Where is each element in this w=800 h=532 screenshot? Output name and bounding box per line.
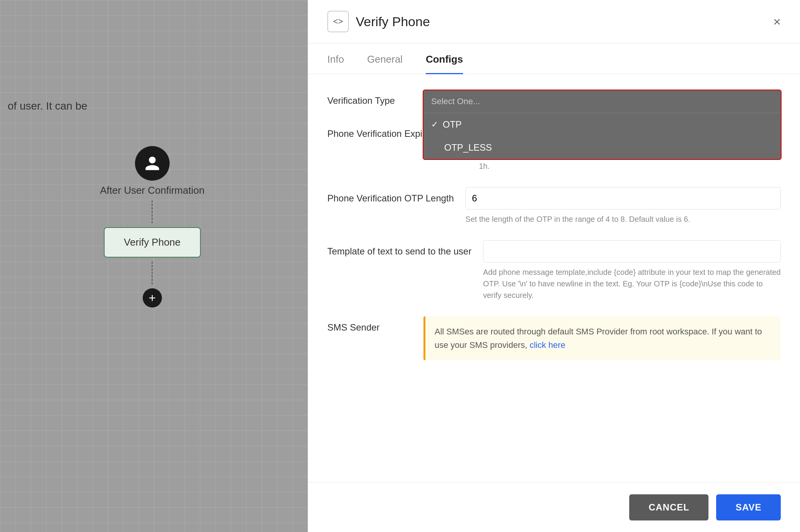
verification-type-row: Verification Type Select One... ✓ OTP OT… <box>327 90 781 107</box>
verification-type-label: Verification Type <box>327 90 412 107</box>
template-input-area: Add phone message template,include {code… <box>483 240 781 301</box>
dropdown-placeholder: Select One... <box>423 90 781 113</box>
dialog-footer: CANCEL SAVE <box>308 482 800 532</box>
dialog-content: Verification Type Select One... ✓ OTP OT… <box>308 74 800 482</box>
otp-length-row: Phone Verification OTP Length Set the le… <box>327 187 781 225</box>
dialog-title-area: <> Verify Phone <box>327 11 430 32</box>
add-node-button[interactable]: + <box>143 288 162 308</box>
canvas-background: of user. It can be After User Confirmati… <box>0 0 308 532</box>
connector-line-bottom <box>152 261 153 284</box>
otp-length-input-area: Set the length of the OTP in the range o… <box>465 187 781 225</box>
connector-line-top <box>152 200 153 223</box>
checkmark-icon: ✓ <box>431 120 438 130</box>
template-input[interactable] <box>483 240 781 263</box>
dialog-title: Verify Phone <box>356 14 430 29</box>
user-node: After User Confirmation Verify Phone + <box>100 146 205 308</box>
otp-length-input[interactable] <box>465 187 781 209</box>
canvas-hint-text: of user. It can be <box>8 100 87 112</box>
template-hint: Add phone message template,include {code… <box>483 266 781 301</box>
sms-sender-label: SMS Sender <box>327 316 412 334</box>
otp-length-hint: Set the length of the OTP in the range o… <box>465 213 781 225</box>
tab-general[interactable]: General <box>367 43 403 74</box>
user-circle-icon <box>135 146 170 181</box>
tab-info[interactable]: Info <box>327 43 344 74</box>
sms-notice: All SMSes are routed through default SMS… <box>423 316 781 360</box>
template-row: Template of text to send to the user Add… <box>327 240 781 301</box>
verify-phone-node[interactable]: Verify Phone <box>104 227 200 258</box>
template-label: Template of text to send to the user <box>327 240 472 258</box>
sms-sender-row: SMS Sender All SMSes are routed through … <box>327 316 781 360</box>
code-icon-box: <> <box>327 11 349 32</box>
tab-configs[interactable]: Configs <box>426 43 463 74</box>
dropdown-menu[interactable]: Select One... ✓ OTP OTP_LESS <box>423 90 782 160</box>
close-button[interactable]: × <box>773 15 781 28</box>
person-icon <box>144 155 161 172</box>
user-node-label: After User Confirmation <box>100 185 205 196</box>
tabs-bar: Info General Configs <box>308 43 800 74</box>
cancel-button[interactable]: CANCEL <box>629 494 708 520</box>
dropdown-item-otp[interactable]: ✓ OTP <box>423 113 781 136</box>
save-button[interactable]: SAVE <box>716 494 781 520</box>
dialog-panel: <> Verify Phone × Info General Configs V… <box>308 0 800 532</box>
sms-sender-input-area: All SMSes are routed through default SMS… <box>423 316 781 360</box>
sms-notice-text: All SMSes are routed through default SMS… <box>435 327 762 350</box>
dropdown-item-otp-less[interactable]: OTP_LESS <box>423 136 781 159</box>
dialog-header: <> Verify Phone × <box>308 0 800 43</box>
code-icon: <> <box>333 17 343 27</box>
sms-click-here-link[interactable]: click here <box>530 340 565 350</box>
otp-length-label: Phone Verification OTP Length <box>327 187 454 205</box>
